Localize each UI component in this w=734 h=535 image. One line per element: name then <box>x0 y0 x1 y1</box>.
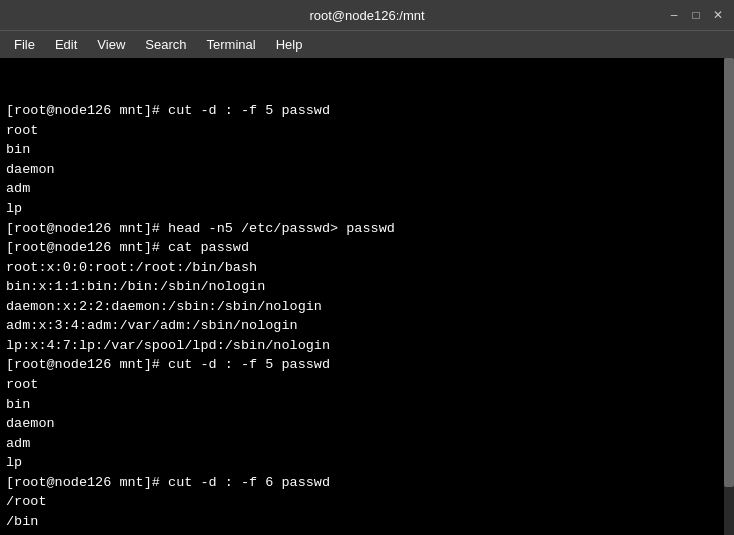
close-button[interactable]: ✕ <box>710 7 726 23</box>
menubar: File Edit View Search Terminal Help <box>0 30 734 58</box>
menu-file[interactable]: File <box>4 35 45 54</box>
window-controls: – □ ✕ <box>666 7 726 23</box>
scrollbar[interactable] <box>724 58 734 535</box>
window-title: root@node126:/mnt <box>309 8 424 23</box>
menu-terminal[interactable]: Terminal <box>197 35 266 54</box>
menu-view[interactable]: View <box>87 35 135 54</box>
minimize-button[interactable]: – <box>666 7 682 23</box>
terminal-window[interactable]: [root@node126 mnt]# cut -d : -f 5 passwd… <box>0 58 734 535</box>
menu-edit[interactable]: Edit <box>45 35 87 54</box>
maximize-button[interactable]: □ <box>688 7 704 23</box>
terminal-output: [root@node126 mnt]# cut -d : -f 5 passwd… <box>6 101 728 535</box>
menu-search[interactable]: Search <box>135 35 196 54</box>
scrollbar-thumb[interactable] <box>724 58 734 487</box>
titlebar: root@node126:/mnt – □ ✕ <box>0 0 734 30</box>
menu-help[interactable]: Help <box>266 35 313 54</box>
